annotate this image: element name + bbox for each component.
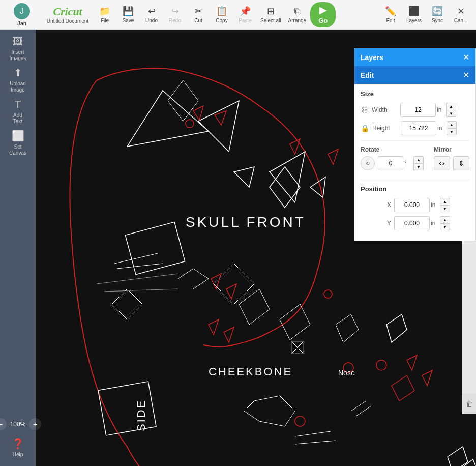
y-unit: in [431,220,439,227]
file-icon: 📁 [99,6,110,17]
height-decrement[interactable]: ▼ [447,128,457,135]
redo-label: Redo [169,18,181,23]
zoom-in-button[interactable]: + [29,418,41,430]
cancel-label: Can... [454,18,468,23]
y-input-group: in ▲ ▼ [394,216,450,230]
select-all-label: Select all [260,18,281,23]
arrange-icon: ⧉ [294,6,301,17]
rotate-mirror-row: Rotate ↻ ° ▲ ▼ Mirro [361,146,469,174]
rotate-unit: ° [404,160,412,167]
rotate-input-row: ↻ ° ▲ ▼ [361,156,424,170]
sync-button[interactable]: 🔄 Sync [426,2,449,27]
sidebar-item-add-text[interactable]: T AddText [3,97,33,126]
brand: Cricut Untitled Document [45,5,91,24]
add-text-label: AddText [13,112,22,125]
rotate-section: Rotate ↻ ° ▲ ▼ [361,146,424,174]
layers-panel-header: Layers ✕ [354,48,475,66]
rotate-spinner: ▲ ▼ [413,156,424,170]
width-decrement[interactable]: ▼ [446,110,456,117]
width-unit: in [437,106,445,113]
go-button[interactable]: ▶ Go [310,2,336,27]
save-button[interactable]: 💾 Save [117,2,139,27]
height-row: 🔒 Height in ▲ ▼ [361,121,469,135]
add-text-icon: T [15,99,21,110]
copy-label: Copy [216,18,227,23]
y-increment[interactable]: ▲ [440,216,450,223]
select-all-button[interactable]: ⊞ Select all [257,2,284,27]
rotate-decrement[interactable]: ▼ [413,163,424,170]
edit-close-button[interactable]: ✕ [463,70,469,80]
cut-icon: ✂ [195,6,202,17]
redo-button[interactable]: ↪ Redo [164,2,186,27]
edit-panel: Layers ✕ Edit ✕ Size ⛓ Width in ▲ ▼ [354,48,476,241]
divider-2 [361,180,469,180]
save-label: Save [123,18,134,23]
rotate-label: Rotate [361,146,424,153]
layer-delete-button[interactable]: 🗑 [462,394,476,414]
help-icon: ❓ [12,438,24,450]
sidebar-item-upload-image[interactable]: ⬆ UploadImage [3,65,33,95]
rotate-dial[interactable]: ↻ [361,156,375,170]
svg-text:Nose: Nose [338,369,355,377]
sidebar-item-set-canvas[interactable]: ⬜ SetCanvas [3,128,33,158]
edit-panel-title: Edit [361,71,374,79]
upload-image-icon: ⬆ [14,67,22,79]
y-decrement[interactable]: ▼ [440,223,450,230]
rotate-input[interactable] [378,156,403,170]
width-spinner: ▲ ▼ [446,103,456,117]
user-avatar-letter: J [20,7,24,16]
height-label: Height [372,125,398,132]
x-increment[interactable]: ▲ [440,198,450,205]
layers-icon: ⬛ [408,6,420,17]
cancel-button[interactable]: ✕ Can... [450,2,472,27]
link-icon: ⛓ [361,106,368,114]
arrange-button[interactable]: ⧉ Arrange [285,2,310,27]
height-unit: in [437,125,445,132]
y-input[interactable] [394,216,430,230]
cut-label: Cut [194,18,202,23]
zoom-out-button[interactable]: − [0,418,7,430]
set-canvas-icon: ⬜ [12,130,24,142]
height-spinner: ▲ ▼ [447,121,457,135]
copy-button[interactable]: 📋 Copy [211,2,233,27]
layers-button[interactable]: ⬛ Layers [403,2,425,27]
edit-button[interactable]: ✏️ Edit [379,2,402,27]
undo-button[interactable]: ↩ Undo [140,2,163,27]
user-section: J Jan [4,3,40,26]
canvas-area[interactable]: SKULL FRONT CHEEKBONE Nose SIDE [36,30,476,466]
x-input[interactable] [394,198,430,212]
paste-icon: 📌 [240,6,251,17]
mirror-vertical-button[interactable]: ⇕ [453,156,469,170]
width-input[interactable] [400,103,436,117]
y-label: Y [361,220,391,227]
set-canvas-label: SetCanvas [9,144,26,156]
paste-button[interactable]: 📌 Paste [234,2,256,27]
width-row: ⛓ Width in ▲ ▼ [361,103,469,117]
user-avatar[interactable]: J [14,3,30,19]
mirror-horizontal-button[interactable]: ⇔ [434,156,450,170]
sidebar-item-insert-images[interactable]: 🖼 InsertImages [3,34,33,63]
copy-icon: 📋 [216,6,227,17]
layers-close-button[interactable]: ✕ [463,52,469,62]
cut-button[interactable]: ✂ Cut [187,2,210,27]
width-increment[interactable]: ▲ [446,103,456,110]
file-button[interactable]: 📁 File [94,2,116,27]
sidebar: 🖼 InsertImages ⬆ UploadImage T AddText ⬜… [0,30,36,466]
x-unit: in [431,201,439,209]
x-decrement[interactable]: ▼ [440,205,450,212]
upload-image-label: UploadImage [10,81,26,93]
height-increment[interactable]: ▲ [447,121,457,128]
zoom-level: 100% [9,421,27,428]
undo-icon: ↩ [148,6,156,17]
height-input[interactable] [401,121,436,135]
x-spinner: ▲ ▼ [440,198,450,212]
go-label: Go [318,17,328,24]
height-input-group: in ▲ ▼ [401,121,457,135]
rotate-increment[interactable]: ▲ [413,156,424,163]
lock-icon: 🔒 [361,124,369,132]
svg-text:SIDE: SIDE [135,399,147,431]
sidebar-item-help[interactable]: ❓ Help [3,432,33,462]
svg-text:CHEEKBONE: CHEEKBONE [209,365,292,378]
doc-title: Untitled Document [47,18,88,24]
user-label: Jan [17,20,26,26]
